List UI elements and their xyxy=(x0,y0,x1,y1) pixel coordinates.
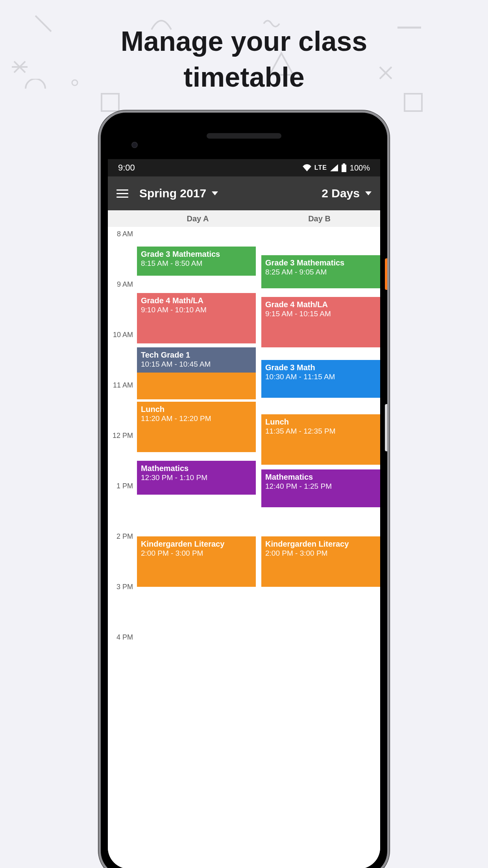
event-block[interactable]: Grade 3 Mathematics8:25 AM - 9:05 AM xyxy=(261,255,380,288)
signal-icon xyxy=(330,164,338,171)
term-label: Spring 2017 xyxy=(139,187,206,200)
hour-label: 9 AM xyxy=(117,280,133,289)
event-title: Mathematics xyxy=(265,473,376,482)
event-title: Grade 3 Mathematics xyxy=(265,258,376,267)
hour-label: 4 PM xyxy=(116,633,133,642)
day-a-column[interactable]: Grade 3 Mathematics8:15 AM - 8:50 AMGrad… xyxy=(137,227,256,868)
svg-rect-12 xyxy=(342,165,346,172)
svg-rect-10 xyxy=(102,94,119,111)
day-a-header: Day A xyxy=(137,214,259,223)
event-block[interactable] xyxy=(137,373,256,399)
event-block[interactable]: Mathematics12:40 PM - 1:25 PM xyxy=(261,469,380,507)
event-time: 2:00 PM - 3:00 PM xyxy=(265,549,376,558)
hour-label: 10 AM xyxy=(113,331,133,339)
menu-icon[interactable] xyxy=(116,189,128,198)
phone-speaker xyxy=(207,133,281,139)
event-title: Grade 3 Math xyxy=(265,363,376,372)
event-title: Grade 3 Mathematics xyxy=(141,250,252,259)
screen: 9:00 LTE 100% Spring 2017 xyxy=(108,159,380,868)
day-b-header: Day B xyxy=(259,214,380,223)
status-bar: 9:00 LTE 100% xyxy=(108,159,380,176)
event-block[interactable]: Lunch11:35 AM - 12:35 PM xyxy=(261,414,380,465)
event-block[interactable]: Kindergarden Literacy2:00 PM - 3:00 PM xyxy=(137,536,256,587)
event-time: 9:10 AM - 10:10 AM xyxy=(141,305,252,315)
event-block[interactable]: Grade 3 Math10:30 AM - 11:15 AM xyxy=(261,360,380,398)
event-time: 10:15 AM - 10:45 AM xyxy=(141,360,252,369)
term-dropdown[interactable]: Spring 2017 xyxy=(139,187,218,200)
hour-label: 1 PM xyxy=(116,482,133,490)
timetable-grid[interactable]: 8 AM9 AM10 AM11 AM12 PM1 PM2 PM3 PM4 PM … xyxy=(108,227,380,868)
event-title: Mathematics xyxy=(141,464,252,473)
wifi-icon xyxy=(303,164,311,171)
event-title: Lunch xyxy=(265,417,376,427)
event-title: Tech Grade 1 xyxy=(141,351,252,360)
event-time: 11:20 AM - 12:20 PM xyxy=(141,414,252,424)
event-title: Grade 4 Math/LA xyxy=(141,296,252,305)
status-icons: LTE 100% xyxy=(303,163,370,172)
event-block[interactable]: Lunch11:20 AM - 12:20 PM xyxy=(137,402,256,452)
event-block[interactable]: Grade 4 Math/LA9:15 AM - 10:15 AM xyxy=(261,297,380,347)
headline-line1: Manage your class xyxy=(0,24,488,59)
hour-label: 8 AM xyxy=(117,230,133,238)
day-b-column[interactable]: Grade 3 Mathematics8:25 AM - 9:05 AMGrad… xyxy=(261,227,380,868)
svg-rect-11 xyxy=(343,163,345,165)
event-title: Kindergarden Literacy xyxy=(141,540,252,549)
view-dropdown[interactable]: 2 Days xyxy=(322,187,372,200)
headline: Manage your class timetable xyxy=(0,0,488,95)
phone-power-button xyxy=(385,258,389,290)
event-time: 11:35 AM - 12:35 PM xyxy=(265,427,376,436)
event-time: 12:40 PM - 1:25 PM xyxy=(265,482,376,491)
chevron-down-icon xyxy=(365,191,372,195)
day-header: Day A Day B xyxy=(108,210,380,227)
phone-camera xyxy=(131,142,138,148)
chevron-down-icon xyxy=(212,191,218,195)
lte-label: LTE xyxy=(314,164,327,171)
event-block[interactable]: Mathematics12:30 PM - 1:10 PM xyxy=(137,461,256,495)
phone-volume-button xyxy=(385,404,389,451)
svg-rect-9 xyxy=(405,94,422,111)
hour-label: 2 PM xyxy=(116,532,133,541)
event-time: 10:30 AM - 11:15 AM xyxy=(265,372,376,382)
hour-label: 12 PM xyxy=(113,432,133,440)
event-time: 8:15 AM - 8:50 AM xyxy=(141,259,252,269)
hour-label: 3 PM xyxy=(116,583,133,591)
battery-percent: 100% xyxy=(350,163,370,172)
event-title: Grade 4 Math/LA xyxy=(265,300,376,309)
status-time: 9:00 xyxy=(118,163,135,173)
view-label: 2 Days xyxy=(322,187,360,200)
event-block[interactable]: Grade 3 Mathematics8:15 AM - 8:50 AM xyxy=(137,247,256,276)
event-block[interactable]: Grade 4 Math/LA9:10 AM - 10:10 AM xyxy=(137,293,256,343)
event-time: 2:00 PM - 3:00 PM xyxy=(141,549,252,558)
event-title: Lunch xyxy=(141,405,252,414)
headline-line2: timetable xyxy=(0,59,488,95)
event-title: Kindergarden Literacy xyxy=(265,540,376,549)
event-time: 12:30 PM - 1:10 PM xyxy=(141,473,252,483)
app-bar: Spring 2017 2 Days xyxy=(108,176,380,210)
battery-icon xyxy=(341,163,347,172)
event-block[interactable]: Kindergarden Literacy2:00 PM - 3:00 PM xyxy=(261,536,380,587)
event-time: 9:15 AM - 10:15 AM xyxy=(265,309,376,319)
event-block[interactable]: Tech Grade 110:15 AM - 10:45 AM xyxy=(137,347,256,373)
hour-label: 11 AM xyxy=(113,381,133,389)
event-time: 8:25 AM - 9:05 AM xyxy=(265,267,376,277)
phone-frame: 9:00 LTE 100% Spring 2017 xyxy=(98,110,390,868)
